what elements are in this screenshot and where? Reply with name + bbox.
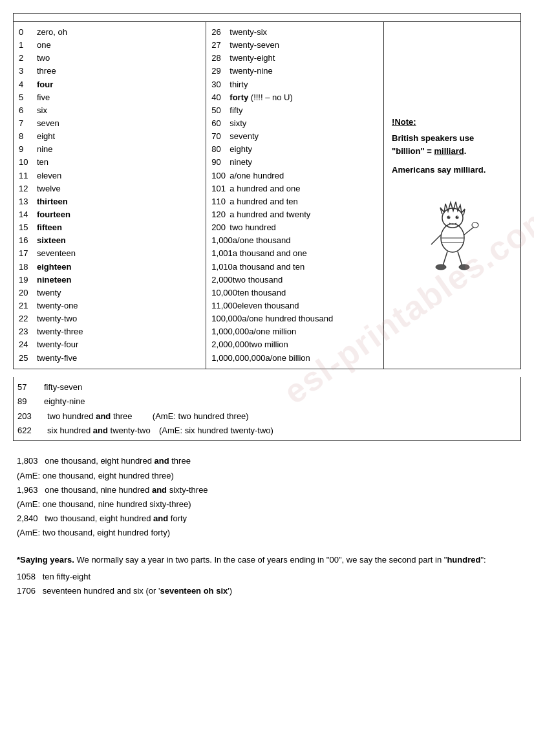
list-item: 10ten [19,156,200,169]
number: 80 [211,143,230,156]
ex-57-num: 57 [17,380,40,394]
ex-1803-ame: (AmE: one thousand, eight hundred three) [17,469,517,483]
word: three [37,65,56,78]
ex-203-num: 203 [17,409,43,423]
word: a/one billion [265,352,310,365]
saying-years-intro: *Saying years. We normally say a year in… [17,553,517,567]
word: twenty-five [37,352,77,365]
word: two hundred [230,221,276,234]
word: thirty [230,78,248,91]
ex-57-text: fifty-seven [44,380,82,394]
list-item: 17seventeen [19,247,200,260]
list-item: 1,000,000,000a/one billion [211,352,378,365]
word: twenty-four [37,338,78,351]
number: 200 [211,221,230,234]
word: eleven [37,169,61,182]
word: twelve [37,182,61,195]
word: a hundred and one [230,182,300,195]
list-item: 28twenty-eight [211,52,378,65]
word: twenty-three [37,325,83,338]
number: 30 [211,78,230,91]
example-57: 57 fifty-seven [17,380,517,394]
word: seventy [230,130,259,143]
list-item: 70seventy [211,130,378,143]
number: 24 [19,338,37,351]
list-item: 7seven [19,117,200,130]
ex-2840-ame: (AmE: two thousand, eight hundred forty) [17,526,517,540]
word: twenty [37,286,61,299]
number: 25 [19,352,37,365]
word: two million [249,338,288,351]
word: twenty-one [37,299,78,312]
word: twenty-nine [230,65,272,78]
list-item: 18eighteen [19,261,200,274]
ex-89-text: eighty-nine [44,394,85,408]
list-item: 15fifteen [19,221,200,234]
word: a thousand and one [233,247,307,260]
word: a hundred and twenty [230,208,310,221]
number: 3 [19,65,37,78]
word: fifty [230,104,242,117]
number: 100 [211,169,230,182]
list-item: 90ninety [211,156,378,169]
number: 1,000,000,000 [211,352,265,365]
middle-column: 26twenty-six27twenty-seven28twenty-eight… [206,22,384,369]
example-622: 622 six hundred and twenty-two (AmE: six… [17,424,517,437]
word: ninety [230,156,252,169]
list-item: 1,010a thousand and ten [211,261,378,274]
ex-203-ame: (AmE: two hundred three) [153,409,249,423]
svg-point-10 [472,222,478,228]
number: 6 [19,104,37,117]
ex-203-text: two hundred and three [47,409,149,423]
word: ten [37,156,48,169]
ex-1963: 1,963 one thousand, nine hundred and six… [17,483,517,497]
list-item: 23twenty-three [19,325,200,338]
list-item: 26twenty-six [211,26,378,39]
list-item: 50fifty [211,104,378,117]
word: a/one hundred [230,169,284,182]
number: 1,010 [211,261,233,274]
saying-years-section: *Saying years. We normally say a year in… [13,553,521,598]
list-item: 101a hundred and one [211,182,378,195]
number: 120 [211,208,230,221]
svg-point-5 [455,215,458,219]
american-note: Americans say milliard. [392,164,513,177]
calvin-illustration [392,189,513,274]
year-1058: 1058 ten fifty-eight [17,570,517,584]
right-column: !Note: British speakers use"billion" = m… [384,22,521,369]
list-item: 30thirty [211,78,378,91]
list-item: 0zero, oh [19,26,200,39]
number: 10 [19,156,37,169]
list-item: 1,000,000a/one million [211,325,378,338]
cardinal-numbers-table: 0zero, oh1one2two3three4four5five6six7se… [13,13,521,369]
number: 23 [19,325,37,338]
number: 0 [19,26,37,39]
word: forty (!!!! – no U) [230,91,293,104]
british-note: British speakers use"billion" = milliard… [392,132,513,157]
list-item: 27twenty-seven [211,39,378,52]
word: a hundred and ten [230,195,298,208]
number: 1,001 [211,247,233,260]
number: 2,000 [211,274,233,286]
word: sixteen [37,234,66,247]
list-item: 6six [19,104,200,117]
list-item: 60sixty [211,117,378,130]
word: a thousand and ten [233,261,304,274]
list-item: 24twenty-four [19,338,200,351]
number: 21 [19,299,37,312]
number: 2,000,000 [211,338,249,351]
list-item: 2,000two thousand [211,274,378,286]
number: 7 [19,117,37,130]
year-1706: 1706 seventeen hundred and six (or 'seve… [17,584,517,598]
number: 4 [19,78,37,91]
word: two thousand [233,274,283,286]
svg-line-12 [458,252,462,266]
word: eighty [230,143,252,156]
number: 10,000 [211,286,237,299]
word: one [37,39,51,52]
number: 1,000,000 [211,325,249,338]
word: a/one hundred thousand [242,312,333,325]
list-item: 29twenty-nine [211,65,378,78]
list-item: 100,000a/one hundred thousand [211,312,378,325]
number: 1 [19,39,37,52]
